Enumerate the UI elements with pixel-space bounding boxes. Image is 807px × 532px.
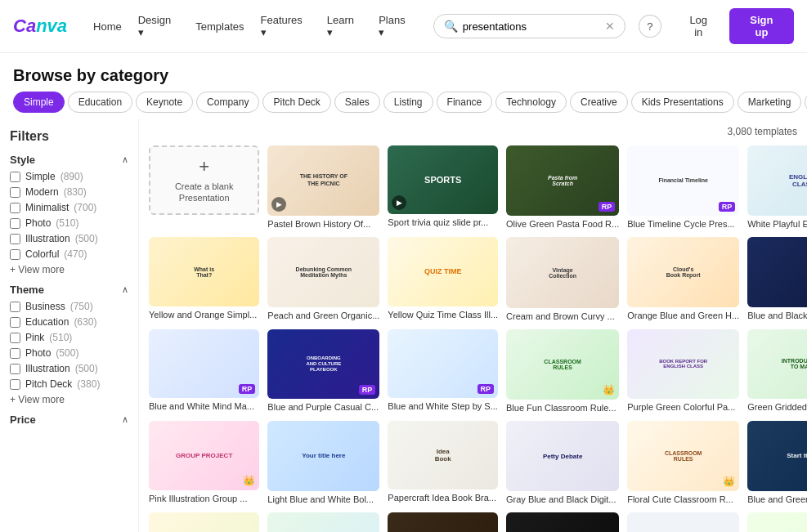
template-thumbnail: SPORTS ▶: [388, 145, 498, 214]
rp-badge: RP: [359, 385, 376, 395]
main-layout: Filters Style ∧ Simple (890) Modern (830…: [0, 119, 807, 532]
cat-tab-marketing[interactable]: Marketing: [738, 92, 802, 113]
template-card[interactable]: Financial Timeline RP Blue Timeline Cycl…: [627, 145, 739, 229]
logo[interactable]: Canva: [13, 16, 67, 37]
filter-pink[interactable]: Pink (510): [10, 332, 128, 343]
template-thumbnail: Pasta fromScratch RP: [506, 145, 619, 216]
template-card[interactable]: CLASSROOMRULES 👑 Blue Fun Classroom Rule…: [506, 329, 619, 413]
template-thumbnail: ONBOARDINGAND CULTUREPLAYBOOK RP: [267, 329, 379, 400]
cat-tab-finance[interactable]: Finance: [437, 92, 493, 113]
filter-illustration-theme[interactable]: Illustration (500): [10, 363, 128, 374]
crown-badge: 👑: [723, 476, 735, 487]
template-preview: IdeaBook: [388, 421, 498, 490]
template-label: Papercraft Idea Book Bra...: [388, 493, 498, 503]
template-thumbnail: SWOT Analysis RP: [627, 512, 739, 532]
template-thumbnail: HUMAN BINGO: [149, 512, 259, 532]
filter-minimalist[interactable]: Minimalist (700): [10, 202, 128, 213]
template-card[interactable]: ONBOARDINGAND CULTUREPLAYBOOK RP Blue an…: [267, 329, 379, 413]
cat-tab-pitch-deck[interactable]: Pitch Deck: [262, 92, 330, 113]
filter-photo-theme[interactable]: Photo (500): [10, 347, 128, 359]
template-card[interactable]: A BetterFuture 👑 Black White Inspiring P…: [506, 512, 619, 532]
template-card[interactable]: HUMAN BINGO Yellow and Green School ...: [149, 512, 259, 532]
template-card[interactable]: IdeaBook Papercraft Idea Book Bra...: [388, 421, 498, 504]
template-card[interactable]: Your title here Light Blue and White Bol…: [267, 421, 379, 504]
template-card[interactable]: Cloud'sBook Report Orange Blue and Green…: [627, 237, 739, 320]
template-thumbnail: RP: [149, 329, 259, 399]
filter-business[interactable]: Business (750): [10, 301, 128, 312]
style-section-header[interactable]: Style ∧: [10, 154, 128, 166]
rp-badge: RP: [477, 384, 495, 394]
create-blank-button[interactable]: + Create a blankPresentation: [149, 145, 259, 215]
template-thumbnail: Debunking CommonMeditation Myths: [267, 237, 379, 307]
template-preview: Classroom Rules: [267, 512, 379, 532]
template-card[interactable]: Start It Up! Blue and Green Business ...: [747, 421, 807, 504]
filter-modern[interactable]: Modern (830): [10, 186, 128, 198]
price-section-header[interactable]: Price ∧: [10, 414, 128, 426]
template-label: Sport trivia quiz slide pr...: [388, 217, 498, 227]
style-section-title: Style: [10, 154, 35, 166]
cat-tab-keynote[interactable]: Keynote: [136, 92, 193, 113]
template-card[interactable]: RP Blue and White Mind Ma...: [149, 329, 259, 413]
template-card[interactable]: ENGLISHCLASS 👑 White Playful English Cla…: [747, 145, 807, 229]
search-bar[interactable]: 🔍 ✕: [433, 14, 625, 38]
style-view-more[interactable]: + View more: [10, 264, 128, 275]
cat-tab-company[interactable]: Company: [196, 92, 259, 113]
template-card[interactable]: QUIZ TIME Yellow Quiz Time Class Ill...: [388, 237, 498, 320]
filter-simple[interactable]: Simple (890): [10, 171, 128, 182]
template-card[interactable]: THE HISTORY OFTHE PICNIC ▶ Pastel Brown …: [267, 145, 379, 229]
filter-pitch-deck-theme[interactable]: Pitch Deck (380): [10, 378, 128, 390]
template-preview: BOOK REPORT FORENGLISH CLASS: [627, 329, 739, 400]
template-card[interactable]: ANALYZINGHISTORICALCONTEXT RP Brown Clas…: [388, 512, 498, 532]
template-preview: Petty Debate: [506, 421, 619, 491]
template-card[interactable]: CLASSROOMRULES 👑 Floral Cute Classroom R…: [627, 421, 739, 504]
cat-tab-creative[interactable]: Creative: [570, 92, 628, 113]
theme-collapse-icon: ∧: [122, 284, 128, 295]
template-card[interactable]: Petty Debate Gray Blue and Black Digit..…: [506, 421, 619, 504]
theme-section-header[interactable]: Theme ∧: [10, 284, 128, 296]
signup-button[interactable]: Sign up: [729, 8, 794, 44]
template-card[interactable]: VintageCollection Cream and Brown Curvy …: [506, 237, 619, 320]
template-label: Light Blue and White Bol...: [267, 494, 379, 504]
search-clear-icon[interactable]: ✕: [605, 20, 615, 33]
nav-design[interactable]: Design ▾: [132, 11, 186, 42]
template-card[interactable]: GROUP PROJECT 👑 Pink Illustration Group …: [149, 421, 259, 504]
template-card[interactable]: INTRODUCTIONTO MAPS RP Green Gridded Geo…: [747, 329, 807, 413]
template-card[interactable]: Debunking CommonMeditation Myths Peach a…: [267, 237, 379, 320]
cat-tab-listing[interactable]: Listing: [383, 92, 433, 113]
create-blank-card[interactable]: + Create a blankPresentation: [149, 145, 259, 229]
nav-plans[interactable]: Plans ▾: [372, 11, 420, 42]
theme-view-more[interactable]: + View more: [10, 394, 128, 405]
filter-education[interactable]: Education (630): [10, 316, 128, 328]
filter-illustration[interactable]: Illustration (500): [10, 233, 128, 244]
template-card[interactable]: Until we canmeet again 👑 Colorful Abstra…: [747, 512, 807, 532]
template-label: Blue and Purple Casual C...: [267, 402, 379, 412]
template-card[interactable]: Classroom Rules RP Green Blue and Pink H…: [267, 512, 379, 532]
template-card[interactable]: What isThat? Yellow and Orange Simpl...: [149, 237, 259, 320]
template-card[interactable]: RP Blue and Black Step by St...: [747, 237, 807, 320]
nav-learn[interactable]: Learn ▾: [321, 11, 369, 42]
login-button[interactable]: Log in: [675, 9, 723, 43]
help-button[interactable]: ?: [639, 15, 661, 38]
cat-tab-kids[interactable]: Kids Presentations: [631, 92, 734, 113]
search-input[interactable]: [463, 20, 600, 33]
play-icon: ▶: [271, 197, 286, 212]
nav-templates[interactable]: Templates: [189, 17, 250, 36]
template-preview: A BetterFuture: [506, 512, 619, 532]
filter-colorful[interactable]: Colorful (470): [10, 248, 128, 260]
template-card[interactable]: RP Blue and White Step by S...: [388, 329, 498, 413]
template-card[interactable]: SPORTS ▶ Sport trivia quiz slide pr...: [388, 145, 498, 229]
filter-photo[interactable]: Photo (510): [10, 217, 128, 229]
template-thumbnail: Financial Timeline RP: [627, 145, 739, 216]
cat-tab-simple[interactable]: Simple: [13, 92, 65, 113]
nav-home[interactable]: Home: [87, 17, 128, 36]
cat-tab-education[interactable]: Education: [68, 92, 132, 113]
template-thumbnail: Start It Up!: [747, 421, 807, 491]
template-label: Pink Illustration Group ...: [149, 494, 259, 503]
cat-tab-technology[interactable]: Technology: [495, 92, 567, 113]
template-card[interactable]: Pasta fromScratch RP Olive Green Pasta F…: [506, 145, 619, 229]
cat-tab-sales[interactable]: Sales: [334, 92, 380, 113]
nav-features[interactable]: Features ▾: [254, 11, 317, 42]
template-card[interactable]: BOOK REPORT FORENGLISH CLASS Purple Gree…: [627, 329, 739, 413]
template-card[interactable]: SWOT Analysis RP Blue and White SWOT An.…: [627, 512, 739, 532]
template-thumbnail: Your title here: [267, 421, 379, 491]
